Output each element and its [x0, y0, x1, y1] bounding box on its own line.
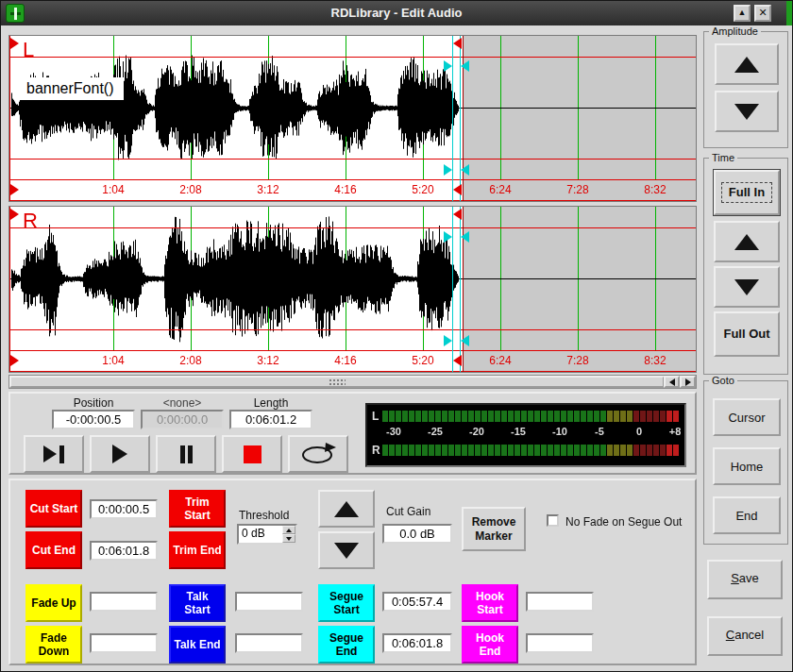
fade-up-button[interactable]: Fade Up [25, 584, 82, 622]
segue-start-marker[interactable] [444, 164, 452, 176]
marker-readout-label: <none> [141, 396, 224, 410]
segue-end-field[interactable]: 0:06:01.8 [382, 633, 452, 653]
stop-button[interactable] [222, 435, 282, 473]
goto-cursor-button[interactable]: Cursor [713, 398, 781, 436]
play-cue-icon [43, 445, 57, 462]
segue-start-field[interactable]: 0:05:57.4 [382, 592, 452, 612]
time-label: 4:16 [334, 354, 356, 367]
cut-end-button[interactable]: Cut End [25, 531, 82, 569]
threshold-spinbox[interactable]: 0 dB [237, 524, 297, 545]
fade-up-field[interactable] [90, 592, 158, 612]
audio-level-meter: L -30-25-20-15-10-50+8 R [365, 403, 686, 467]
amplitude-ref-line [9, 159, 696, 160]
gain-up-button[interactable] [318, 490, 375, 528]
amplitude-up-button[interactable] [715, 43, 779, 85]
play-from-start-button[interactable] [24, 435, 84, 473]
fade-down-button[interactable]: Fade Down [25, 626, 82, 664]
fade-down-field[interactable] [90, 633, 158, 653]
meter-scale-label: +8 [669, 426, 682, 437]
talk-end-field[interactable] [235, 633, 303, 653]
goto-end-button[interactable]: End [713, 496, 781, 534]
length-label: Length [229, 396, 312, 410]
hook-start-field[interactable] [526, 592, 594, 612]
channel-label-right: R [23, 209, 38, 233]
scroll-left-button[interactable] [664, 376, 680, 388]
trim-start-button[interactable]: Trim Start [169, 490, 226, 528]
segue-start-marker[interactable] [444, 335, 452, 346]
segue-start-marker[interactable] [444, 231, 452, 243]
segue-start-button[interactable]: Segue Start [318, 584, 375, 622]
hook-end-button[interactable]: Hook End [462, 626, 518, 664]
spin-up-button[interactable] [282, 526, 295, 534]
amplitude-down-button[interactable] [715, 91, 779, 132]
cut-start-line[interactable] [9, 36, 10, 201]
talk-end-button[interactable]: Talk End [169, 626, 226, 664]
scrollbar-thumb[interactable] [9, 376, 665, 388]
meter-scale-label: -20 [469, 426, 484, 437]
cut-start-button[interactable]: Cut Start [25, 490, 82, 528]
up-arrow-icon [286, 529, 292, 532]
shade-button[interactable]: ▲ [734, 5, 751, 22]
trim-end-button[interactable]: Trim End [169, 531, 226, 569]
hook-start-button[interactable]: Hook Start [462, 584, 518, 622]
full-in-button[interactable]: Full In [714, 170, 780, 215]
length-value: 0:06:01.2 [229, 410, 312, 429]
close-button[interactable]: ✕ [754, 5, 771, 22]
segue-end-button[interactable]: Segue End [318, 626, 375, 664]
full-out-button[interactable]: Full Out [714, 311, 780, 357]
cut-start-marker[interactable] [10, 38, 19, 49]
full-in-label: Full In [721, 182, 772, 203]
waveform-panel-right[interactable]: R 1:042:083:124:165:206:247:288:32 [8, 206, 697, 373]
cut-start-line[interactable] [9, 207, 10, 372]
time-zoom-out-button[interactable] [714, 266, 780, 308]
position-label: Position [52, 396, 135, 410]
titlebar[interactable]: RDLibrary - Edit Audio ▲ ✕ [1, 1, 792, 25]
time-label: 7:28 [566, 183, 588, 196]
meter-led-row-right [382, 445, 680, 456]
cut-gain-field[interactable]: 0.0 dB [382, 524, 452, 544]
cut-end-marker[interactable] [453, 209, 462, 220]
hook-end-field[interactable] [526, 633, 594, 653]
segue-end-marker[interactable] [461, 335, 469, 346]
save-button[interactable]: Save [707, 560, 783, 599]
cut-end-field[interactable]: 0:06:01.8 [90, 541, 158, 561]
waveform-scrollbar[interactable] [8, 375, 697, 389]
meter-scale-label: 0 [636, 426, 642, 437]
no-fade-checkbox[interactable] [547, 514, 559, 527]
waveform-panel-left[interactable]: L bannerFont() 1:042:083:124:165:206:247… [8, 35, 697, 202]
loop-button[interactable] [288, 435, 348, 473]
pause-button[interactable] [156, 435, 216, 473]
up-arrow-icon [734, 234, 759, 250]
time-zoom-in-button[interactable] [714, 221, 780, 262]
time-label: 1:04 [102, 354, 124, 367]
goto-home-button[interactable]: Home [713, 447, 781, 485]
banner-text: bannerFont() [17, 77, 124, 100]
channel-label-left: L [23, 38, 34, 62]
center-line [9, 108, 696, 109]
threshold-value[interactable]: 0 dB [242, 527, 265, 540]
talk-start-field[interactable] [235, 592, 303, 612]
segue-start-line[interactable] [452, 36, 453, 201]
play-button[interactable] [90, 435, 150, 473]
cut-end-marker[interactable] [453, 38, 462, 49]
spin-down-button[interactable] [282, 534, 295, 543]
amplitude-ref-line [9, 227, 696, 228]
cut-start-field[interactable]: 0:00:00.5 [90, 499, 158, 519]
cancel-button[interactable]: Cancel [707, 616, 783, 656]
meter-scale-label: -30 [386, 426, 401, 437]
no-fade-label: No Fade on Segue Out [565, 515, 682, 529]
scroll-right-button[interactable] [680, 376, 696, 388]
cut-start-marker[interactable] [10, 209, 19, 220]
segue-end-marker[interactable] [461, 231, 469, 243]
up-arrow-icon [734, 57, 759, 73]
time-label: 7:28 [566, 354, 588, 367]
amplitude-ref-line [9, 57, 696, 58]
remove-marker-button[interactable]: Remove Marker [462, 507, 526, 551]
gain-down-button[interactable] [318, 531, 375, 569]
segue-end-marker[interactable] [461, 60, 469, 72]
segue-start-marker[interactable] [444, 60, 452, 72]
edit-audio-window: RDLibrary - Edit Audio ▲ ✕ L bannerFont(… [0, 0, 793, 672]
talk-start-button[interactable]: Talk Start [169, 584, 226, 622]
segue-start-line[interactable] [452, 207, 453, 372]
segue-end-marker[interactable] [461, 164, 469, 176]
